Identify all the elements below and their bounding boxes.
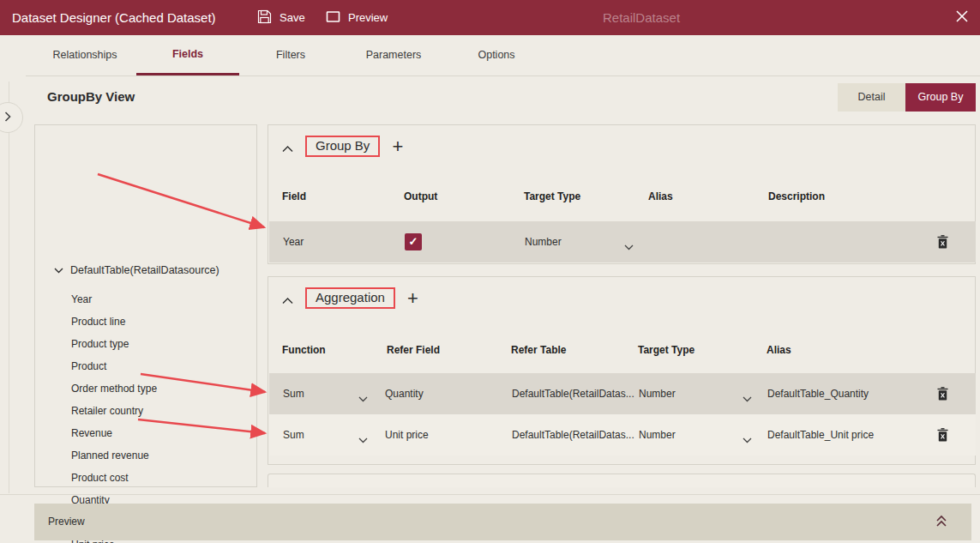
delete-row-button[interactable] (937, 428, 948, 445)
aggregation-section-header: Aggregation + (282, 287, 418, 309)
aggregation-section: Aggregation + Function Refer Field Refer… (268, 276, 976, 465)
tab-strip-divider (26, 75, 980, 76)
tree-item-product[interactable]: Product (71, 355, 157, 377)
bottom-divider (0, 494, 980, 495)
preview-label: Preview (348, 11, 388, 24)
target-type-dropdown[interactable]: Number (639, 373, 676, 414)
column-header-output: Output (404, 190, 437, 202)
tab-relationships[interactable]: Relationships (33, 35, 136, 75)
close-button[interactable] (956, 0, 968, 35)
preview-panel-label: Preview (48, 504, 85, 540)
tree-item-revenue[interactable]: Revenue (71, 422, 157, 444)
tab-filters[interactable]: Filters (239, 35, 342, 75)
column-header-target-type: Target Type (524, 190, 580, 202)
alias-cell: DefaultTable_Unit price (767, 414, 874, 456)
close-icon (956, 10, 968, 26)
output-checkbox[interactable]: ✓ (405, 233, 422, 250)
tree-item-retailer-country[interactable]: Retailer country (71, 400, 157, 422)
add-group-by-button[interactable]: + (392, 138, 403, 155)
group-by-row-year: Year ✓ Number (269, 221, 976, 262)
group-by-section-title: Group By (305, 136, 380, 157)
chevron-down-icon[interactable] (358, 390, 368, 406)
tree-item-product-line[interactable]: Product line (71, 311, 157, 333)
field-tree-panel: DefaultTable(RetailDatasource) Year Prod… (34, 124, 257, 487)
aggregation-row-quantity: Sum Quantity DefaultTable(RetailDatas...… (269, 373, 976, 414)
add-aggregation-button[interactable]: + (407, 290, 418, 307)
column-header-refer-field: Refer Field (387, 344, 440, 356)
save-button[interactable]: Save (257, 0, 305, 35)
column-header-field: Field (282, 190, 306, 202)
save-icon (257, 9, 272, 27)
tree-item-product-type[interactable]: Product type (71, 333, 157, 355)
group-by-toggle-button[interactable]: Group By (905, 83, 976, 112)
next-section-stub (268, 474, 976, 487)
aggregation-row-unit-price: Sum Unit price DefaultTable(RetailDatas.… (269, 414, 976, 456)
expand-up-icon[interactable] (935, 515, 947, 531)
refer-field-cell: Unit price (385, 414, 429, 456)
preview-panel-bar[interactable]: Preview (34, 504, 971, 540)
target-type-dropdown[interactable]: Number (639, 414, 676, 456)
function-dropdown[interactable]: Sum (283, 414, 304, 456)
tree-item-year[interactable]: Year (71, 288, 157, 311)
preview-button[interactable]: Preview (326, 0, 388, 35)
column-header-description: Description (768, 190, 825, 202)
dataset-designer-window: Dataset Designer (Cached Dataset) Save P… (0, 0, 980, 543)
chevron-down-icon[interactable] (743, 431, 752, 447)
tree-item-planned-revenue[interactable]: Planned revenue (71, 444, 157, 467)
tab-strip: Relationships Fields Filters Parameters … (33, 35, 548, 75)
column-header-refer-table: Refer Table (511, 344, 566, 356)
chevron-down-icon (54, 264, 63, 276)
preview-icon (326, 10, 340, 26)
expand-panel-handle[interactable] (0, 102, 23, 133)
refer-table-cell: DefaultTable(RetailDatas... (512, 414, 634, 456)
delete-row-button[interactable] (937, 235, 948, 252)
chevron-down-icon[interactable] (624, 238, 634, 254)
save-label: Save (280, 11, 305, 24)
dataset-name: RetailDataset (603, 0, 680, 35)
refer-table-cell: DefaultTable(RetailDatas... (512, 373, 634, 414)
window-title: Dataset Designer (Cached Dataset) (12, 0, 216, 35)
left-panel-divider (9, 81, 9, 493)
column-header-target-type: Target Type (638, 344, 694, 356)
group-by-section-header: Group By + (282, 136, 403, 157)
refer-field-cell: Quantity (385, 373, 424, 414)
topbar: Dataset Designer (Cached Dataset) Save P… (0, 0, 980, 35)
tree-item-order-method-type[interactable]: Order method type (71, 377, 157, 400)
aggregation-section-title: Aggregation (305, 287, 395, 309)
delete-row-button[interactable] (937, 387, 948, 404)
tree-root-table[interactable]: DefaultTable(RetailDatasource) (54, 264, 219, 276)
page-title: GroupBy View (47, 89, 135, 104)
function-dropdown[interactable]: Sum (283, 373, 304, 414)
group-by-section: Group By + Field Output Target Type Alia… (268, 124, 976, 264)
target-type-dropdown[interactable]: Number (525, 221, 562, 262)
field-cell: Year (283, 221, 304, 262)
tab-parameters[interactable]: Parameters (342, 35, 445, 75)
detail-toggle-button[interactable]: Detail (838, 83, 905, 112)
column-header-alias: Alias (648, 190, 673, 202)
chevron-down-icon[interactable] (743, 390, 752, 406)
tab-fields[interactable]: Fields (136, 35, 239, 75)
column-header-alias: Alias (767, 344, 791, 356)
column-header-function: Function (282, 344, 326, 356)
tree-item-product-cost[interactable]: Product cost (71, 467, 157, 489)
collapse-icon[interactable] (282, 137, 293, 156)
tab-options[interactable]: Options (445, 35, 548, 75)
collapse-icon[interactable] (282, 289, 293, 308)
chevron-right-icon (4, 110, 11, 125)
tree-root-label: DefaultTable(RetailDatasource) (70, 264, 219, 276)
alias-cell: DefaultTable_Quantity (767, 373, 869, 414)
chevron-down-icon[interactable] (358, 431, 368, 447)
